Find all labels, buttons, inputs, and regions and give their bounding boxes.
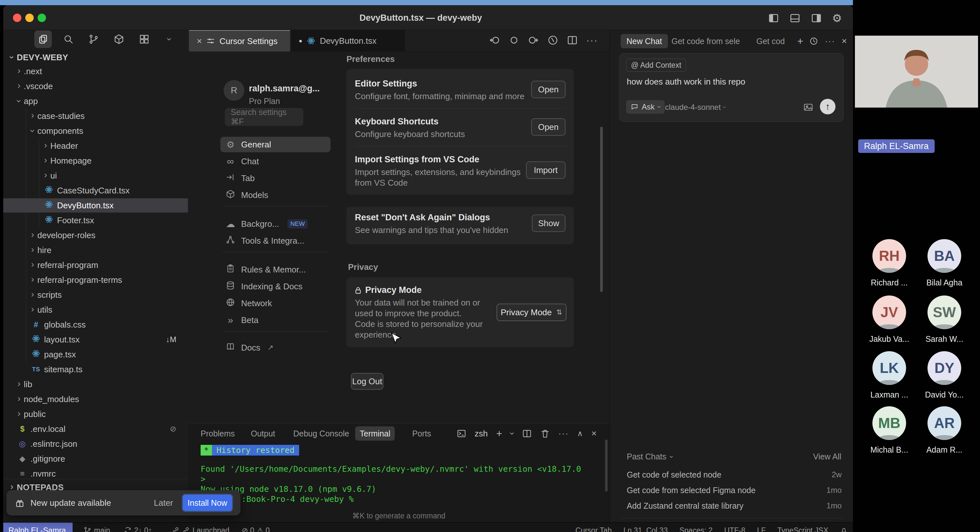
install-now-button[interactable]: Install Now (183, 495, 232, 511)
add-context-chip[interactable]: @ Add Context (626, 59, 686, 71)
participant-avatar[interactable]: BA (928, 239, 961, 273)
presenter-video[interactable] (855, 36, 978, 108)
tree-item-components[interactable]: ›components (3, 124, 188, 138)
nav-rules-memories[interactable]: Rules & Memor... (220, 262, 331, 277)
close-panel-icon[interactable]: × (592, 428, 597, 439)
nav-back-icon[interactable] (489, 35, 500, 46)
zoom-traffic-light[interactable] (38, 14, 46, 22)
open-editor-settings-button[interactable]: Open (531, 81, 565, 98)
extensions-icon[interactable] (110, 30, 128, 48)
launchpad-status[interactable]: Launchpad (172, 522, 229, 532)
view-all-link[interactable]: View All (813, 452, 841, 461)
toggle-panel-icon[interactable] (789, 13, 800, 24)
close-traffic-light[interactable] (13, 14, 21, 22)
tree-item-devybutton-selected[interactable]: DevyButton.tsx (3, 198, 188, 213)
status-user-badge[interactable]: Ralph EL-Samra (3, 522, 73, 532)
more-icon[interactable]: ··· (825, 34, 835, 48)
participant-avatar[interactable]: JV (872, 295, 906, 329)
toggle-sidebar-icon[interactable] (768, 13, 779, 24)
tree-item-scripts[interactable]: ›scripts (3, 288, 188, 302)
more-actions-icon[interactable]: ··· (586, 35, 598, 46)
nav-chat[interactable]: ∞Chat (220, 154, 331, 169)
nav-tools-integrations[interactable]: Tools & Integra... (220, 233, 331, 248)
nav-docs[interactable]: Docs↗ (220, 340, 331, 356)
past-chat-item[interactable]: Get code of selected node2w (610, 467, 853, 482)
git-sync-status[interactable]: 2↓ 0↑ (124, 522, 152, 532)
tree-item-developer-roles[interactable]: ›developer-roles (3, 228, 188, 242)
tree-item-node-modules[interactable]: ›node_modules (3, 392, 188, 406)
history-icon[interactable] (809, 34, 818, 48)
problems-status[interactable]: ⊘ 0⚠ 0 (242, 522, 270, 532)
tree-item-layout[interactable]: layout.tsx↓M (3, 332, 188, 347)
past-chat-item[interactable]: Add Zustand central state library1mo (610, 499, 853, 513)
bell-icon[interactable] (840, 527, 848, 532)
tree-item-globals-css[interactable]: #globals.css (3, 318, 188, 332)
new-terminal-icon[interactable]: + (496, 428, 502, 440)
model-selector[interactable]: claude-4-sonnet › (665, 103, 726, 112)
minimize-traffic-light[interactable] (25, 14, 34, 22)
tree-item-referral-program-terms[interactable]: ›referral-program-terms (3, 273, 188, 287)
nav-forward-icon[interactable] (528, 35, 539, 46)
chat-input-card[interactable]: @ Add Context how does auth work in this… (619, 53, 843, 122)
tab-get-code-selection[interactable]: Get code from sele (671, 34, 751, 48)
close-icon[interactable]: × (197, 36, 202, 46)
participant-avatar[interactable]: DY (928, 351, 961, 385)
explorer-icon[interactable] (34, 30, 52, 48)
tab-problems[interactable]: Problems (196, 426, 240, 441)
tab-devybutton[interactable]: ● DevyButton.tsx (291, 30, 405, 51)
terminal-dropdown-icon[interactable]: › (508, 432, 517, 435)
nav-models[interactable]: Models (220, 187, 331, 203)
encoding-status[interactable]: UTF-8 (724, 526, 745, 532)
layout-grid-icon[interactable] (135, 30, 153, 48)
search-icon[interactable] (60, 30, 77, 48)
log-out-button[interactable]: Log Out (351, 373, 383, 390)
tab-cursor-settings[interactable]: × Cursor Settings (189, 30, 290, 51)
split-terminal-icon[interactable] (522, 429, 532, 438)
tree-item-footer[interactable]: Footer.tsx (3, 213, 188, 227)
tree-item-header[interactable]: ›Header (3, 139, 188, 153)
participant-avatar[interactable]: SW (928, 295, 961, 329)
tree-item-next[interactable]: ›.next (3, 64, 188, 78)
nav-tab[interactable]: Tab (220, 170, 331, 186)
tab-new-chat[interactable]: New Chat (620, 34, 668, 48)
gear-icon[interactable]: ⚙ (832, 12, 842, 25)
participant-avatar[interactable]: MB (872, 406, 906, 440)
nav-general[interactable]: ⚙General (220, 137, 331, 152)
tree-item-case-studies[interactable]: ›case-studies (3, 109, 188, 123)
spaces-status[interactable]: Spaces: 2 (679, 526, 712, 532)
tab-terminal[interactable]: Terminal (355, 426, 395, 441)
tree-item-eslintrc[interactable]: ◎.eslintrc.json (3, 437, 188, 451)
tab-output[interactable]: Output (246, 426, 280, 441)
attach-image-icon[interactable] (803, 102, 813, 113)
tab-debug-console[interactable]: Debug Console (289, 426, 353, 441)
maximize-panel-icon[interactable]: ∧ (577, 429, 583, 438)
tab-ports[interactable]: Ports (408, 426, 436, 441)
nav-current-icon[interactable] (509, 35, 520, 46)
tree-item-ui[interactable]: ›ui (3, 168, 188, 183)
scrollbar[interactable] (600, 127, 603, 292)
tree-item-utils[interactable]: ›utils (3, 303, 188, 317)
import-button[interactable]: Import (526, 161, 565, 179)
later-button[interactable]: Later (154, 498, 173, 508)
close-chat-icon[interactable]: × (842, 34, 847, 48)
participant-avatar[interactable]: AR (928, 406, 961, 440)
tree-item-sitemap[interactable]: TSsitemap.ts (3, 362, 188, 376)
toggle-secondary-sidebar-icon[interactable] (811, 13, 822, 24)
participant-avatar[interactable]: RH (872, 239, 906, 273)
privacy-mode-dropdown[interactable]: Privacy Mode ⇅ (496, 303, 566, 321)
tree-item-lib[interactable]: ›lib (3, 377, 188, 391)
scrollbar[interactable] (605, 440, 608, 491)
show-button[interactable]: Show (532, 214, 565, 232)
tree-item-homepage[interactable]: ›Homepage (3, 154, 188, 168)
timeline-icon[interactable] (547, 35, 558, 46)
nav-network[interactable]: Network (220, 295, 331, 311)
tab-get-code[interactable]: Get cod (756, 34, 788, 48)
open-keyboard-shortcuts-button[interactable]: Open (531, 118, 565, 136)
participant-avatar[interactable]: LK (872, 351, 906, 385)
nav-background[interactable]: ☁Backgro...NEW (220, 216, 331, 232)
git-branch-status[interactable]: main (84, 522, 110, 532)
explorer-root[interactable]: ›DEVY-WEBY (10, 52, 68, 62)
tree-item-app[interactable]: ›app (3, 94, 188, 108)
chat-input-text[interactable]: how does auth work in this repo (627, 77, 745, 87)
tree-item-hire[interactable]: ›hire (3, 243, 188, 257)
